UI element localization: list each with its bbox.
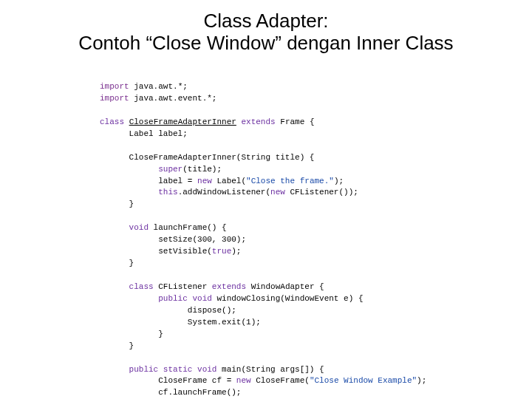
- kw-extends: extends: [241, 117, 275, 126]
- kw-static: static: [163, 365, 193, 374]
- kw-extends: extends: [212, 282, 246, 291]
- cf-a: CloseFrame cf =: [158, 376, 236, 385]
- kw-super: super: [158, 165, 183, 174]
- pkg1: java.awt.*;: [134, 82, 188, 91]
- kw-public: public: [129, 365, 159, 374]
- kw-void: void: [192, 294, 211, 303]
- kw-this: this: [158, 188, 177, 197]
- super-arg: (title);: [183, 165, 222, 174]
- rbrace: }: [129, 341, 134, 350]
- rbrace: }: [129, 259, 134, 267]
- cflistener-a: CFListener: [154, 282, 212, 291]
- label-assign-a: label =: [158, 177, 197, 185]
- rbrace: }: [129, 200, 134, 208]
- kw-public: public: [158, 294, 188, 303]
- frame: Frame {: [280, 117, 314, 126]
- code-block: import java.awt.*; import java.awt.event…: [100, 81, 426, 399]
- kw-class: class: [129, 282, 154, 291]
- rbrace: }: [158, 330, 163, 338]
- windowadapter: WindowAdapter {: [251, 282, 324, 291]
- label-assign-b: Label(: [212, 177, 246, 185]
- title-line-2: Contoh “Close Window” dengan Inner Class: [78, 32, 453, 54]
- main: main(String args[]) {: [216, 365, 324, 374]
- kw-import: import: [100, 94, 129, 103]
- kw-void: void: [197, 365, 216, 374]
- setsize: setSize(300, 300);: [158, 235, 246, 244]
- addlistener-b: CFListener());: [285, 188, 358, 197]
- cf-c: );: [417, 376, 426, 385]
- slide: Class Adapter: Contoh “Close Window” den…: [0, 0, 532, 399]
- systemexit: System.exit(1);: [188, 318, 261, 327]
- kw-import: import: [100, 82, 129, 91]
- slide-title: Class Adapter: Contoh “Close Window” den…: [0, 0, 532, 55]
- pkg2: java.awt.event.*;: [134, 94, 216, 103]
- setvisible-b: );: [231, 247, 241, 256]
- setvisible-a: setVisible(: [158, 247, 212, 256]
- label-decl: Label label;: [129, 129, 188, 138]
- launchframe: launchFrame() {: [149, 223, 227, 232]
- label-assign-c: );: [334, 177, 344, 185]
- kw-new: new: [270, 188, 285, 197]
- kw-new: new: [236, 376, 251, 385]
- windowclosing: windowClosing(WindowEvent e) {: [212, 294, 364, 303]
- ctor: CloseFrameAdapterInner(String title) {: [129, 153, 315, 162]
- addlistener-a: .addWindowListener(: [178, 188, 270, 197]
- classname: CloseFrameAdapterInner: [129, 117, 236, 126]
- kw-new: new: [197, 177, 212, 185]
- cf-str: "Close Window Example": [310, 376, 417, 385]
- title-line-1: Class Adapter:: [203, 10, 328, 32]
- dispose: dispose();: [188, 306, 236, 315]
- label-str: "Close the frame.": [246, 177, 334, 185]
- cf-launch: cf.launchFrame();: [158, 388, 241, 397]
- kw-void: void: [129, 223, 149, 232]
- cf-b: CloseFrame(: [251, 376, 310, 385]
- kw-class: class: [100, 117, 124, 126]
- kw-true: true: [212, 247, 231, 256]
